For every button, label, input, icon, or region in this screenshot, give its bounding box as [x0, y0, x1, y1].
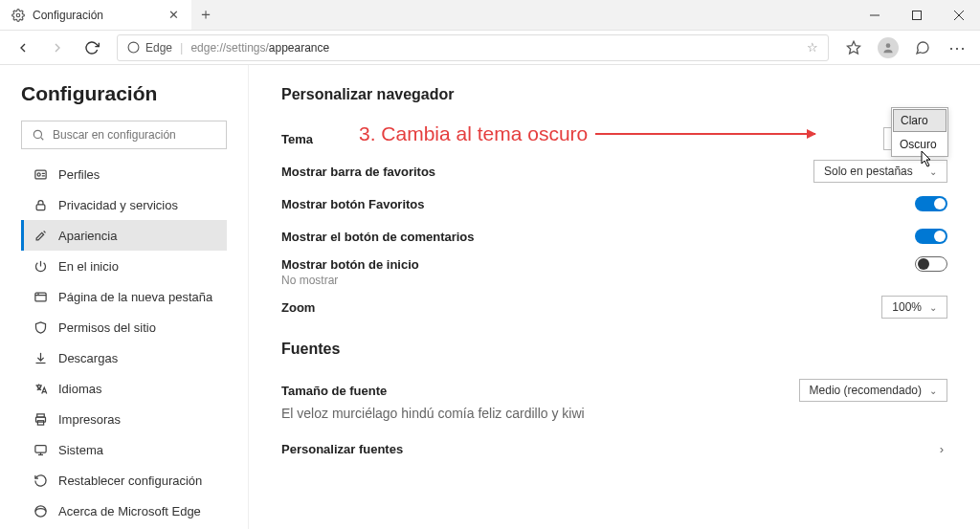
- browser-tab[interactable]: Configuración ✕: [0, 0, 191, 30]
- font-size-label: Tamaño de fuente: [281, 384, 387, 398]
- chevron-down-icon: ⌄: [929, 166, 937, 177]
- edge-icon: [33, 504, 48, 518]
- svg-point-23: [35, 505, 46, 516]
- sidebar-item-system[interactable]: Sistema: [21, 434, 227, 465]
- feedback-button[interactable]: [907, 34, 938, 61]
- sidebar-item-label: Restablecer configuración: [58, 474, 202, 488]
- svg-rect-13: [35, 293, 46, 301]
- back-button[interactable]: [8, 34, 38, 61]
- zoom-label: Zoom: [281, 300, 315, 315]
- newtab-icon: [33, 290, 48, 304]
- refresh-button[interactable]: [77, 34, 107, 61]
- theme-label: Tema: [281, 132, 313, 146]
- sidebar-item-power[interactable]: En el inicio: [21, 251, 227, 281]
- sidebar-item-label: Impresoras: [58, 412, 121, 427]
- svg-line-9: [41, 138, 44, 141]
- chevron-right-icon[interactable]: ›: [940, 442, 944, 456]
- shield-icon: [33, 320, 48, 335]
- sidebar-item-label: Sistema: [58, 443, 103, 457]
- url-text: edge://settings/appearance: [190, 41, 329, 55]
- window-titlebar: Configuración ✕ ＋: [0, 0, 980, 31]
- profile-button[interactable]: [873, 34, 903, 61]
- sidebar-item-label: Permisos del sitio: [58, 320, 156, 335]
- language-icon: [33, 382, 48, 396]
- sidebar-item-lock[interactable]: Privacidad y servicios: [21, 189, 227, 220]
- favorites-bar-select[interactable]: Solo en pestañas⌄: [813, 160, 947, 183]
- svg-point-8: [33, 130, 41, 138]
- separator: |: [180, 40, 183, 55]
- home-button-label: Mostrar botón de inicio: [281, 257, 419, 272]
- svg-marker-6: [847, 41, 859, 54]
- forward-button[interactable]: [42, 34, 73, 61]
- tab-title: Configuración: [33, 9, 159, 22]
- chevron-down-icon: ⌄: [929, 302, 937, 313]
- chevron-down-icon: ⌄: [929, 386, 937, 396]
- printer-icon: [33, 412, 48, 427]
- system-icon: [33, 443, 48, 457]
- lock-icon: [33, 198, 48, 212]
- home-button-sublabel: No mostrar: [281, 274, 338, 287]
- sidebar-item-printer[interactable]: Impresoras: [21, 404, 227, 434]
- sidebar-item-label: Privacidad y servicios: [58, 198, 178, 212]
- search-input[interactable]: [53, 128, 216, 142]
- favorites-button[interactable]: [838, 34, 869, 61]
- svg-rect-12: [36, 204, 45, 209]
- svg-rect-20: [35, 445, 46, 452]
- power-icon: [33, 259, 48, 274]
- reset-icon: [33, 474, 48, 488]
- sidebar-item-label: Apariencia: [58, 229, 117, 243]
- download-icon: [33, 351, 48, 365]
- sidebar-item-brush[interactable]: Apariencia: [21, 220, 227, 251]
- theme-option-dark[interactable]: Oscuro: [892, 133, 947, 156]
- customize-fonts-label: Personalizar fuentes: [281, 442, 403, 456]
- sidebar-item-shield[interactable]: Permisos del sitio: [21, 312, 227, 342]
- svg-point-11: [37, 172, 40, 175]
- sidebar-item-label: Acerca de Microsoft Edge: [58, 504, 201, 518]
- svg-point-5: [128, 42, 139, 53]
- font-size-select[interactable]: Medio (recomendado)⌄: [799, 379, 947, 402]
- settings-search[interactable]: [21, 121, 227, 149]
- section-personalize-heading: Personalizar navegador: [281, 86, 947, 103]
- user-icon: [33, 167, 48, 182]
- browser-toolbar: Edge | edge://settings/appearance ☆ ⋯: [0, 31, 980, 65]
- sidebar-item-newtab[interactable]: Página de la nueva pestaña: [21, 281, 227, 312]
- sidebar-item-label: Perfiles: [58, 167, 100, 182]
- font-sample-text: El veloz murciélago hindú comía feliz ca…: [281, 406, 947, 421]
- svg-point-0: [16, 13, 20, 17]
- svg-rect-2: [913, 11, 922, 19]
- brush-icon: [33, 229, 48, 243]
- favorites-bar-label: Mostrar barra de favoritos: [281, 165, 435, 179]
- theme-option-light[interactable]: Claro: [893, 109, 947, 132]
- menu-button[interactable]: ⋯: [942, 34, 972, 61]
- sidebar-item-user[interactable]: Perfiles: [21, 159, 227, 189]
- search-icon: [32, 128, 45, 142]
- site-identity: Edge: [127, 41, 172, 55]
- sidebar-item-language[interactable]: Idiomas: [21, 373, 227, 404]
- window-close-button[interactable]: [938, 0, 980, 30]
- zoom-select[interactable]: 100%⌄: [881, 296, 947, 319]
- favorites-button-toggle[interactable]: [915, 196, 947, 211]
- new-tab-button[interactable]: ＋: [191, 0, 220, 30]
- sidebar-item-edge[interactable]: Acerca de Microsoft Edge: [21, 496, 227, 526]
- window-maximize-button[interactable]: [896, 0, 938, 30]
- settings-main: Personalizar navegador Tema Claro⌄ Mostr…: [249, 65, 980, 529]
- feedback-button-toggle[interactable]: [915, 229, 947, 244]
- sidebar-item-label: Descargas: [58, 351, 118, 365]
- settings-sidebar: Configuración PerfilesPrivacidad y servi…: [0, 65, 249, 529]
- theme-dropdown: Claro Oscuro: [891, 107, 948, 157]
- favorites-button-label: Mostrar botón Favoritos: [281, 197, 425, 211]
- sidebar-item-label: Página de la nueva pestaña: [58, 290, 212, 304]
- svg-point-7: [886, 43, 891, 48]
- sidebar-item-label: En el inicio: [58, 259, 119, 274]
- feedback-button-label: Mostrar el botón de comentarios: [281, 230, 475, 244]
- sidebar-heading: Configuración: [21, 82, 227, 105]
- gear-icon: [11, 9, 25, 22]
- close-tab-icon[interactable]: ✕: [167, 9, 180, 22]
- sidebar-item-reset[interactable]: Restablecer configuración: [21, 465, 227, 496]
- home-button-toggle[interactable]: [915, 256, 947, 272]
- favorite-star-icon[interactable]: ☆: [807, 40, 818, 55]
- address-bar[interactable]: Edge | edge://settings/appearance ☆: [117, 34, 829, 61]
- window-minimize-button[interactable]: [854, 0, 896, 30]
- sidebar-item-download[interactable]: Descargas: [21, 342, 227, 373]
- section-fonts-heading: Fuentes: [281, 341, 947, 358]
